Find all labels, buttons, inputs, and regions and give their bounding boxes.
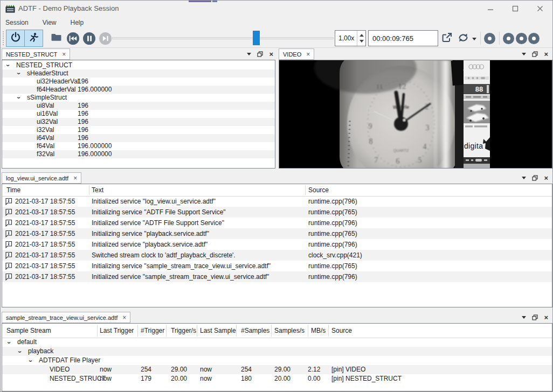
- tab-close-icon[interactable]: ×: [122, 315, 126, 320]
- close-button[interactable]: [528, 1, 552, 17]
- tree-row[interactable]: ui32HeaderVal196: [2, 78, 275, 86]
- expander-icon[interactable]: ›: [26, 360, 35, 362]
- panel-close-icon[interactable]: ×: [269, 52, 273, 57]
- loop-dropdown-button[interactable]: [471, 32, 478, 46]
- panel-menu-icon[interactable]: [522, 316, 526, 319]
- tree-row[interactable]: f32Val196.000000: [2, 150, 275, 158]
- maximize-button[interactable]: [503, 1, 528, 17]
- panel-float-icon[interactable]: [532, 313, 538, 323]
- panel-close-icon[interactable]: ×: [544, 176, 548, 181]
- column-header-mb-per-s[interactable]: MB/s: [311, 327, 326, 334]
- log-row[interactable]: 2021-03-17 18:57:55 Initializing service…: [2, 261, 552, 271]
- expander-icon[interactable]: ›: [4, 342, 13, 344]
- tree-row[interactable]: ui32Val196: [2, 118, 275, 126]
- tab-nested-struct[interactable]: NESTED_STRUCT ×: [2, 48, 70, 60]
- expander-icon[interactable]: ›: [4, 65, 12, 67]
- panel-close-icon[interactable]: ×: [544, 315, 548, 320]
- record-button-3[interactable]: [516, 33, 527, 44]
- log-row[interactable]: 2021-03-17 18:57:55 Initializing service…: [2, 207, 552, 218]
- record-button-1[interactable]: [484, 33, 495, 44]
- panel-float-icon[interactable]: [532, 173, 538, 183]
- loop-icon: [457, 32, 469, 46]
- column-header-samples-per-s[interactable]: Samples/s: [274, 327, 305, 334]
- minimize-button[interactable]: [478, 1, 503, 17]
- screen-artifact: [212, 1, 217, 2]
- stream-row-video[interactable]: VIDEO now 254 29.00 now 254 29.00 2.12 […: [2, 365, 552, 374]
- log-row[interactable]: 2021-03-17 18:57:55 Switched stream cloc…: [2, 250, 552, 261]
- svg-text:9: 9: [369, 122, 372, 130]
- panel-float-icon[interactable]: [257, 50, 263, 59]
- column-header-source[interactable]: Source: [331, 327, 352, 334]
- playback-speed-spinbox[interactable]: 1,00x: [335, 30, 366, 46]
- record-button-2[interactable]: [503, 33, 514, 44]
- title-bar[interactable]: ADTF - Demo Playback Session: [1, 1, 552, 17]
- stream-row-default[interactable]: › default: [2, 338, 552, 347]
- tree-row[interactable]: i64Val196: [2, 134, 275, 142]
- panel-close-icon[interactable]: ×: [544, 52, 548, 57]
- log-source: clock_srv.cpp(421): [308, 250, 362, 261]
- menu-help[interactable]: Help: [71, 19, 84, 26]
- init-session-button[interactable]: [6, 30, 25, 47]
- column-header-text[interactable]: Text: [92, 186, 103, 194]
- column-header-last-sample[interactable]: Last Sample: [200, 327, 236, 334]
- tree-row[interactable]: ›sHeaderStruct: [2, 69, 275, 78]
- tree-label: ui16Val: [37, 110, 58, 118]
- panel-menu-icon[interactable]: [522, 177, 526, 179]
- tree-row[interactable]: ›NESTED_STRUCT: [2, 61, 275, 69]
- panel-menu-icon[interactable]: [247, 53, 251, 55]
- tab-sample-stream-trace[interactable]: sample_stream_trace_view.ui_service.adtf…: [2, 312, 130, 323]
- log-time: 2021-03-17 18:57:55: [15, 218, 75, 228]
- tree-row[interactable]: ui16Val196: [2, 110, 275, 118]
- seek-slider-handle[interactable]: [253, 31, 260, 45]
- caret-down-icon: [472, 38, 476, 40]
- column-header-num-trigger[interactable]: #Trigger: [141, 327, 164, 334]
- expander-icon[interactable]: ›: [15, 73, 23, 75]
- open-file-button[interactable]: [47, 30, 66, 47]
- tree-row[interactable]: f64HeaderVal196.000000: [2, 86, 275, 94]
- panel-menu-icon[interactable]: [522, 53, 526, 55]
- expander-icon[interactable]: ›: [15, 97, 23, 99]
- log-row[interactable]: 2021-03-17 18:57:55 Initialized service …: [2, 196, 552, 207]
- external-link-icon: [441, 32, 453, 46]
- column-header-num-samples[interactable]: #Samples: [241, 327, 269, 334]
- expander-icon[interactable]: ›: [15, 351, 24, 353]
- tab-close-icon[interactable]: ×: [62, 52, 66, 57]
- tab-close-icon[interactable]: ×: [306, 52, 310, 57]
- toolbar-drag-handle[interactable]: [3, 31, 4, 45]
- tree-row[interactable]: i32Val196: [2, 126, 275, 134]
- column-header-sample-stream[interactable]: Sample Stream: [6, 327, 51, 334]
- panel-float-icon[interactable]: [532, 50, 538, 59]
- tree-row[interactable]: f64Val196.000000: [2, 142, 275, 150]
- tab-log-view[interactable]: log_view.ui_service.adtf ×: [2, 172, 81, 184]
- seek-slider-track[interactable]: [112, 37, 334, 39]
- tree-row[interactable]: ui8Val196: [2, 102, 275, 110]
- log-time: 2021-03-17 18:57:55: [15, 239, 75, 250]
- run-session-button[interactable]: [24, 30, 43, 47]
- tab-video[interactable]: VIDEO ×: [279, 48, 314, 60]
- tab-close-icon[interactable]: ×: [73, 176, 77, 181]
- log-row[interactable]: 2021-03-17 18:57:55 Initialized service …: [2, 239, 552, 250]
- menu-session[interactable]: Session: [5, 19, 29, 26]
- log-row[interactable]: 2021-03-17 18:57:55 Initialized service …: [2, 218, 552, 228]
- column-header-triggers-per-s[interactable]: Trigger/s: [171, 327, 196, 334]
- adtf-window: ADTF - Demo Playback Session Session Vie…: [0, 0, 553, 392]
- playback-time-field[interactable]: 00:00:09:765: [368, 30, 438, 46]
- record-button-4[interactable]: [528, 33, 540, 44]
- loop-button[interactable]: [456, 32, 470, 46]
- spin-up-icon[interactable]: [360, 34, 364, 37]
- stream-row-playback[interactable]: › playback: [2, 347, 552, 356]
- stream-row-player[interactable]: › ADTFDAT File Player: [2, 356, 552, 365]
- speed-spin-arrows[interactable]: [357, 31, 365, 46]
- cell-num-trigger: 179: [141, 374, 151, 383]
- svg-text:11: 11: [376, 82, 383, 90]
- column-header-source[interactable]: Source: [308, 186, 329, 194]
- tree-row[interactable]: ›sSimpleStruct: [2, 94, 275, 102]
- log-row[interactable]: 2021-03-17 18:57:55 Initializing service…: [2, 228, 552, 239]
- menu-view[interactable]: View: [43, 19, 57, 26]
- column-header-time[interactable]: Time: [6, 186, 20, 194]
- column-header-last-trigger[interactable]: Last Trigger: [100, 327, 134, 334]
- log-row[interactable]: 2021-03-17 18:57:55 Initialized service …: [2, 271, 552, 282]
- detach-button[interactable]: [440, 32, 454, 46]
- spin-down-icon[interactable]: [360, 40, 364, 43]
- stream-row-nested-struct[interactable]: NESTED_STRUCT now 179 20.00 now 180 20.0…: [2, 374, 552, 383]
